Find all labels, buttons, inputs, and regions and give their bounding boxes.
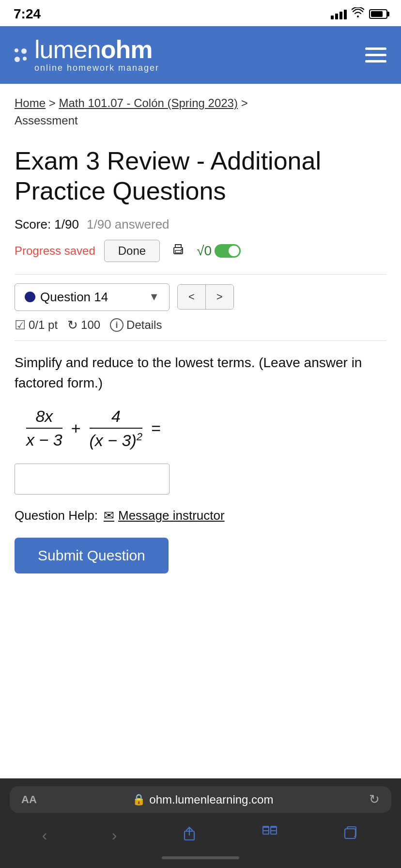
breadcrumb-sep1: > [49, 96, 59, 109]
question-dot [25, 292, 35, 302]
sqrt-toggle-switch[interactable] [215, 244, 241, 258]
breadcrumb-current: Assessment [15, 114, 78, 127]
logo-text-area: lumenohm online homework manager [34, 37, 159, 73]
fraction-2: 4 (x − 3)2 [90, 407, 143, 450]
logo-dots [15, 48, 27, 62]
browser-bar: AA 🔒 ohm.lumenlearning.com ↻ ‹ › [0, 778, 401, 868]
points-label: ☑ 0/1 pt [15, 318, 58, 333]
browser-share-button[interactable] [177, 822, 202, 848]
question-nav-buttons: < > [177, 284, 234, 310]
message-instructor-link[interactable]: ✉ Message instructor [104, 508, 225, 523]
plus-sign: + [71, 419, 81, 438]
done-button[interactable]: Done [104, 240, 160, 262]
question-dropdown[interactable]: Question 14 ▼ [15, 283, 170, 311]
prev-question-button[interactable]: < [178, 285, 206, 309]
browser-back-button[interactable]: ‹ [37, 824, 52, 846]
envelope-icon: ✉ [104, 508, 114, 523]
sqrt-label: √0 [197, 243, 212, 259]
submit-question-button[interactable]: Submit Question [15, 538, 169, 574]
fraction-1: 8x x − 3 [26, 407, 62, 450]
status-bar: 7:24 [0, 0, 401, 26]
question-text: Simplify and reduce to the lowest terms.… [15, 353, 386, 393]
score-answered: 1/90 answered [87, 217, 170, 232]
page-title: Exam 3 Review - Additional Practice Ques… [15, 146, 386, 206]
retry-count: 100 [81, 318, 100, 332]
fraction-1-denominator: x − 3 [26, 429, 62, 450]
divider-question [15, 341, 386, 341]
wifi-icon [352, 7, 364, 21]
svg-point-2 [181, 248, 183, 250]
lock-icon: 🔒 [132, 793, 145, 806]
toolbar-row: Progress saved Done √0 [15, 240, 386, 263]
battery-icon [369, 9, 387, 19]
reload-button[interactable]: ↻ [369, 792, 380, 807]
breadcrumb: Home > Math 101.07 - Colón (Spring 2023)… [0, 84, 401, 132]
url-bar: AA 🔒 ohm.lumenlearning.com ↻ [10, 786, 391, 813]
url-text-area: 🔒 ohm.lumenlearning.com [132, 793, 273, 806]
answer-input[interactable] [15, 464, 170, 495]
message-label: Message instructor [118, 508, 225, 523]
svg-rect-6 [345, 829, 355, 838]
browser-forward-button[interactable]: › [107, 824, 122, 846]
breadcrumb-sep2: > [241, 96, 248, 109]
status-time: 7:24 [14, 6, 41, 22]
points-row: ☑ 0/1 pt ↻ 100 i Details [15, 318, 386, 333]
hamburger-menu[interactable] [365, 47, 386, 62]
logo-subtitle: online homework manager [34, 63, 159, 73]
help-label: Question Help: [15, 508, 98, 523]
divider-top [15, 274, 386, 275]
chevron-down-icon: ▼ [149, 291, 159, 303]
breadcrumb-home[interactable]: Home [15, 96, 46, 109]
retry-label: ↻ 100 [67, 318, 100, 333]
svg-rect-1 [175, 250, 181, 253]
equals-sign: = [151, 419, 161, 438]
details-link[interactable]: Details [126, 318, 162, 332]
retry-icon: ↻ [67, 318, 78, 333]
breadcrumb-course[interactable]: Math 101.07 - Colón (Spring 2023) [59, 96, 238, 109]
score-label: Score: 1/90 [15, 217, 79, 232]
sqrt-toggle: √0 [197, 243, 241, 259]
logo-brand: lumenohm [34, 37, 159, 62]
url-text: ohm.lumenlearning.com [149, 793, 273, 806]
fraction-2-numerator: 4 [111, 407, 121, 428]
details-label: i Details [110, 318, 162, 332]
print-button[interactable] [169, 240, 188, 263]
score-row: Score: 1/90 1/90 answered [15, 217, 386, 232]
question-row: Question 14 ▼ < > [15, 283, 386, 311]
browser-nav: ‹ › [10, 821, 391, 852]
question-help: Question Help: ✉ Message instructor [15, 508, 386, 523]
points-value: 0/1 pt [29, 318, 58, 332]
main-content: Exam 3 Review - Additional Practice Ques… [0, 132, 401, 593]
header: lumenohm online homework manager [0, 26, 401, 84]
browser-tabs-button[interactable] [338, 823, 364, 847]
info-icon: i [110, 318, 123, 332]
logo-area: lumenohm online homework manager [15, 37, 159, 73]
checkbox-icon: ☑ [15, 318, 26, 333]
url-aa-label[interactable]: AA [21, 793, 37, 806]
fraction-1-numerator: 8x [35, 407, 53, 428]
progress-saved: Progress saved [15, 244, 95, 258]
next-question-button[interactable]: > [206, 285, 233, 309]
browser-bookmarks-button[interactable] [257, 823, 283, 847]
signal-icon [331, 9, 347, 19]
status-icons [331, 7, 387, 21]
fraction-2-denominator: (x − 3)2 [90, 429, 143, 450]
home-indicator [162, 856, 239, 859]
question-selector-label: Question 14 [40, 290, 144, 305]
math-formula: 8x x − 3 + 4 (x − 3)2 = [26, 407, 386, 450]
